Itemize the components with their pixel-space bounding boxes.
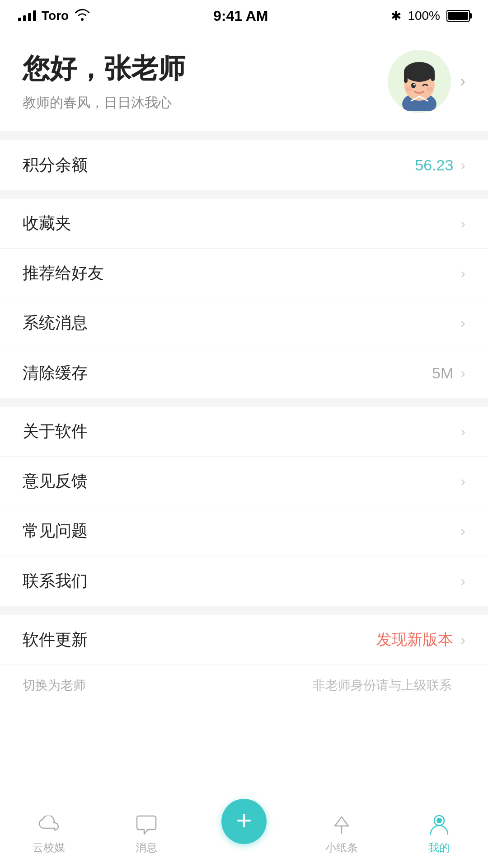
svg-rect-6 — [431, 72, 435, 81]
section-divider-3 — [0, 398, 488, 407]
menu-item-right-faq: › — [460, 523, 465, 539]
nav-label-mine: 我的 — [428, 840, 450, 855]
menu-item-right-update: 发现新版本 › — [376, 629, 465, 650]
menu-item-cache[interactable]: 清除缓存 5M › — [0, 348, 488, 398]
chevron-icon-recommend: › — [460, 265, 465, 282]
menu-item-right-sysmsg: › — [460, 315, 465, 331]
chevron-icon-points: › — [460, 157, 465, 174]
svg-point-4 — [404, 62, 435, 82]
banner-right-text: 非老师身份请与上级联系 — [313, 677, 452, 694]
menu-section-points: 积分余额 56.23 › — [0, 140, 488, 190]
menu-section-2: 收藏夹 › 推荐给好友 › 系统消息 › 清除缓存 5M › — [0, 199, 488, 398]
bottom-nav: 云校媒 消息 + 小纸条 — [0, 805, 488, 868]
battery-icon — [446, 10, 470, 22]
menu-section-3: 关于软件 › 意见反馈 › 常见问题 › 联系我们 › — [0, 407, 488, 606]
nav-label-notes: 小纸条 — [325, 840, 358, 855]
battery-percentage: 100% — [408, 9, 440, 23]
profile-right[interactable]: › — [388, 50, 465, 113]
svg-point-7 — [411, 83, 416, 88]
section-divider-4 — [0, 606, 488, 615]
nav-item-cloud[interactable]: 云校媒 — [0, 812, 98, 855]
profile-chevron-icon[interactable]: › — [460, 72, 465, 91]
profile-name: 您好，张老师 — [23, 51, 185, 87]
menu-item-right-points: 56.23 › — [415, 156, 465, 174]
bluetooth-icon: ✱ — [391, 9, 401, 24]
menu-item-right-favorites: › — [460, 215, 465, 232]
menu-section-update: 软件更新 发现新版本 › — [0, 615, 488, 665]
mine-icon — [427, 812, 451, 837]
carrier-label: Toro — [42, 9, 69, 23]
chevron-icon-cache: › — [460, 365, 465, 382]
svg-point-9 — [406, 87, 412, 91]
status-left: Toro — [18, 8, 90, 24]
menu-item-value-points: 56.23 — [415, 156, 453, 174]
menu-item-label-cache: 清除缓存 — [23, 362, 88, 384]
menu-item-label-about: 关于软件 — [23, 420, 88, 443]
menu-item-right-cache: 5M › — [432, 364, 465, 382]
bottom-banner[interactable]: 切换为老师 非老师身份请与上级联系 — [0, 665, 488, 705]
menu-item-sysmsg[interactable]: 系统消息 › — [0, 298, 488, 348]
menu-item-favorites[interactable]: 收藏夹 › — [0, 199, 488, 249]
svg-point-13 — [436, 818, 442, 823]
profile-info: 您好，张老师 教师的春风，日日沐我心 — [23, 51, 185, 112]
svg-rect-5 — [404, 72, 408, 83]
chevron-icon-contact: › — [460, 573, 465, 590]
chevron-icon-feedback: › — [460, 473, 465, 490]
menu-item-label-feedback: 意见反馈 — [23, 470, 88, 492]
profile-subtitle: 教师的春风，日日沐我心 — [23, 94, 185, 112]
menu-item-label-recommend: 推荐给好友 — [23, 262, 104, 284]
fab-button[interactable]: + — [221, 799, 267, 844]
banner-left-text: 切换为老师 — [23, 677, 86, 694]
menu-item-label-contact: 联系我们 — [23, 570, 88, 592]
section-divider-1 — [0, 131, 488, 140]
chevron-icon-sysmsg: › — [460, 315, 465, 331]
menu-item-right-contact: › — [460, 573, 465, 590]
menu-item-right-recommend: › — [460, 265, 465, 282]
chevron-icon-update: › — [460, 632, 465, 648]
status-time: 9:41 AM — [213, 8, 268, 24]
nav-item-mine[interactable]: 我的 — [390, 812, 488, 855]
message-icon — [134, 812, 159, 837]
menu-item-right-feedback: › — [460, 473, 465, 490]
nav-item-messages[interactable]: 消息 — [98, 812, 195, 855]
status-right: ✱ 100% — [391, 9, 470, 24]
signal-icon — [18, 10, 36, 21]
nav-fab-container: + — [195, 812, 293, 844]
menu-item-about[interactable]: 关于软件 › — [0, 407, 488, 457]
menu-item-feedback[interactable]: 意见反馈 › — [0, 457, 488, 506]
menu-item-label-update: 软件更新 — [23, 629, 88, 651]
menu-item-recommend[interactable]: 推荐给好友 › — [0, 249, 488, 298]
nav-label-messages: 消息 — [136, 840, 157, 855]
menu-item-points[interactable]: 积分余额 56.23 › — [0, 140, 488, 190]
chevron-icon-about: › — [460, 423, 465, 440]
wifi-icon — [74, 8, 90, 24]
menu-item-update[interactable]: 软件更新 发现新版本 › — [0, 615, 488, 665]
menu-item-faq[interactable]: 常见问题 › — [0, 506, 488, 556]
menu-item-label-points: 积分余额 — [23, 154, 88, 176]
menu-item-value-cache: 5M — [432, 364, 453, 382]
menu-item-value-update: 发现新版本 — [376, 629, 453, 650]
menu-item-label-sysmsg: 系统消息 — [23, 312, 88, 334]
svg-point-8 — [413, 84, 415, 85]
menu-item-contact[interactable]: 联系我们 › — [0, 556, 488, 606]
section-divider-2 — [0, 190, 488, 199]
menu-item-label-faq: 常见问题 — [23, 520, 88, 542]
nav-label-cloud: 云校媒 — [33, 840, 65, 855]
svg-point-10 — [427, 87, 433, 91]
cloud-icon — [37, 812, 61, 837]
fab-plus-icon: + — [236, 807, 252, 834]
chevron-icon-faq: › — [460, 523, 465, 539]
avatar[interactable] — [388, 50, 451, 113]
chevron-icon-favorites: › — [460, 215, 465, 232]
menu-item-label-favorites: 收藏夹 — [23, 212, 71, 235]
profile-section[interactable]: 您好，张老师 教师的春风，日日沐我心 — [0, 32, 488, 131]
nav-item-notes[interactable]: 小纸条 — [293, 812, 390, 855]
notes-icon — [329, 812, 354, 837]
status-bar: Toro 9:41 AM ✱ 100% — [0, 0, 488, 32]
menu-item-right-about: › — [460, 423, 465, 440]
